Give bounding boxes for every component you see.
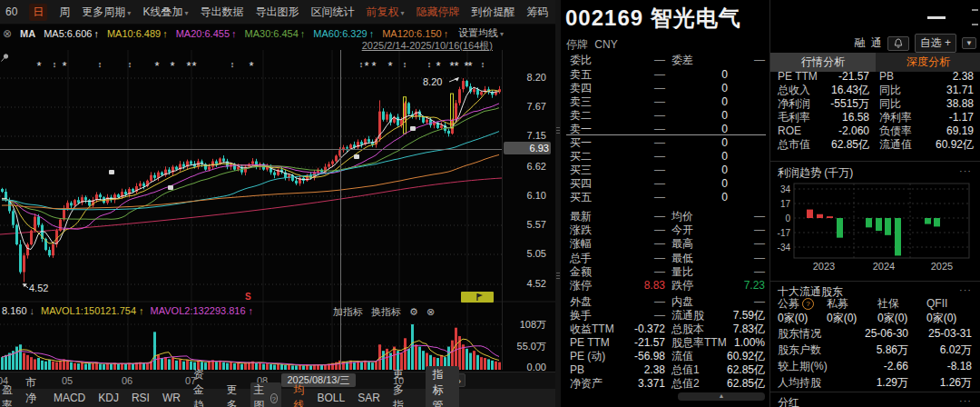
dividend-title: 分红 [778,395,799,407]
cell: 25-03-31 [928,327,972,340]
cell: 0 [721,68,728,81]
cell: 总收入 [778,84,810,96]
bid-row-4: 买四—0 [563,177,769,190]
svg-text:4.52: 4.52 [29,283,48,293]
indicator-item-9[interactable]: 均线 [294,382,305,407]
cell: 股息率TTM [671,336,727,349]
x-axis-label: 05 [62,375,73,386]
cell: 8.83 [644,279,665,292]
analysis-row-5: 总市值62.85亿流通值60.92亿 [770,138,980,151]
help-icon[interactable]: ? [802,298,814,310]
indicator-item-5[interactable]: WR [162,392,181,404]
chevron-down-icon: ▾ [400,9,404,17]
cell: 3.371 [638,377,665,390]
toolbar-item-8[interactable]: 前复权▾ [366,5,404,20]
cell: ROE [778,124,801,137]
cell: — [654,109,665,122]
toolbar-item-4[interactable]: K线叠加▾ [142,5,188,20]
cell: 62.85亿 [727,363,765,376]
cell: 0 [721,123,728,135]
switch-indicator-button[interactable]: 换指标 [371,305,401,319]
quote-row-12: 净资产3.371总值262.85亿 [563,377,769,390]
holders-more-button[interactable]: ··· [959,284,972,295]
scrollbar[interactable] [972,24,978,25]
toolbar-item-6[interactable]: 导出图形 [255,5,299,20]
toolbar-item-10[interactable]: 到价提醒 [471,5,514,20]
indicator-item-10[interactable]: BOLL [318,392,346,404]
ma-legend-row: ⊗MAMA5:6.606↑MA10:6.489↑MA20:6.455↑MA30:… [3,26,511,40]
price-tick: 5.57 [505,219,546,230]
cell: -21.57 [634,336,665,349]
toolbar-item-7[interactable]: 区间统计 [310,5,354,20]
holder-row-0: 股东情况25-06-3025-03-31 [770,327,980,340]
indicator-item-11[interactable]: SAR [358,392,380,404]
cell: 今开 [671,223,693,236]
holder-col-1: 私募 [827,297,848,310]
indicator-item-8[interactable]: 主图? [250,382,281,407]
cell: 6.02万 [940,343,972,356]
cell: — [654,265,665,278]
toolbar-item-2[interactable]: 周 [59,5,70,20]
bid-row-2: 买二—0 [563,150,769,163]
add-indicator-button[interactable]: 加指标 [333,305,363,319]
holder-count-0: 0家(0) [778,312,808,324]
cell: — [654,136,665,149]
divider-grip[interactable] [556,127,560,135]
cell: 涨幅 [570,237,592,250]
ma-legend-item-0: MA5:6.606↑ [44,28,99,39]
divider-grip[interactable] [556,273,560,281]
cell: 2.38 [644,363,665,376]
indicator-item-1[interactable]: 市净率 [25,375,41,407]
cell: 委差 [671,54,693,66]
cell: 7.59亿 [733,309,765,322]
toolbar-item-0[interactable]: 60 [5,5,17,18]
indicator-item-4[interactable]: RSI [132,392,150,404]
price-tick: 6.62 [505,161,546,172]
indicator-item-3[interactable]: KDJ [98,392,119,404]
cell: 5.86万 [877,343,908,356]
ma-settings-button[interactable]: 设置均线▾ [458,26,511,40]
indicator-item-12[interactable]: 更多指标 [393,367,414,407]
cell: 较上期(%) [778,360,828,372]
ask-row-3: 卖三—0 [563,95,769,108]
cell: PB [879,70,894,83]
svg-text:2024: 2024 [873,261,895,272]
svg-text:-34: -34 [778,243,791,253]
cell: 38.88 [946,97,974,110]
quote-row-8: 收益TTM-0.372总股本7.83亿 [563,323,769,335]
gear-icon[interactable]: ⚙ [409,306,418,318]
toolbar-item-5[interactable]: 导出数据 [200,5,243,20]
cell: 涨停 [570,279,592,292]
indicator-item-0[interactable]: 盈率 [2,382,13,407]
indicator-item-7[interactable]: 更多 [227,382,238,407]
dividend-more-button[interactable]: ··· [959,395,972,406]
cell: 收益TTM [570,323,614,335]
toolbar-item-1[interactable]: 日 [29,4,47,21]
pin-icon[interactable] [0,53,10,63]
ma-trend-arrow: ↑ [231,28,237,39]
tab-depth-analysis[interactable]: 深度分析 [876,53,980,72]
cell: 7.83亿 [733,323,765,335]
profit-trend-more-button[interactable]: ··· [959,165,972,176]
indicator-manager-button[interactable]: 指标管理 [426,366,459,407]
toolbar-item-11[interactable]: 筹码 [526,5,548,20]
cell: — [754,223,765,236]
toolbar-item-3[interactable]: 更多周期▾ [82,5,131,20]
indicator-toolbar: 盈率市净率MACDKDJRSIWR资金趋势更多主图?均线BOLLSAR更多指标指… [0,389,555,407]
ask-row-2: 卖二—0 [563,109,769,122]
price-tick: 7.15 [505,130,546,141]
quote-row-11: PB2.38总值162.85亿 [563,363,769,376]
toolbar-item-9[interactable]: 隐藏停牌 [416,5,459,20]
scroll-up-hint[interactable]: ▲ [678,392,765,401]
indicator-item-6[interactable]: 资金趋势 [193,367,214,407]
quote-row-7: 换手—流通股7.59亿 [563,309,769,322]
cell: 换手 [570,309,592,322]
cell: PE TTM [570,336,610,349]
cell: 跌停 [671,279,693,292]
indicator-item-2[interactable]: MACD [54,392,85,404]
close-pane-icon[interactable]: ⊗ [426,306,435,318]
close-ma-icon[interactable]: ⊗ [3,27,12,40]
x-axis-label: 06 [122,375,132,386]
scrollbar[interactable] [972,9,978,11]
tab-quote-analysis[interactable]: 行情分析 [770,53,876,72]
